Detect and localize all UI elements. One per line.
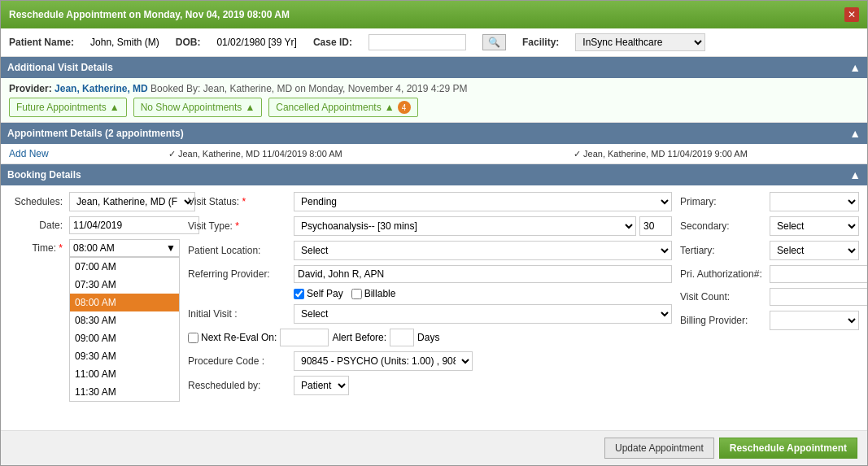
booking-details-chevron[interactable]: ▲ xyxy=(849,168,861,181)
self-pay-checkbox[interactable] xyxy=(294,289,304,299)
time-option[interactable]: 08:30 AM xyxy=(70,311,179,329)
footer: Update Appointment Reschedule Appointmen… xyxy=(1,430,867,465)
close-button[interactable]: ✕ xyxy=(844,7,859,22)
billable-checkbox-label[interactable]: Billable xyxy=(351,288,396,299)
rescheduled-by-select[interactable]: Patient xyxy=(294,376,349,395)
time-option[interactable]: 07:00 AM xyxy=(70,258,179,276)
referring-provider-input[interactable] xyxy=(294,265,672,283)
update-appointment-button[interactable]: Update Appointment xyxy=(604,438,714,459)
cancelled-appointments-button[interactable]: Cancelled Appointments ▲ 4 xyxy=(268,98,417,117)
visit-status-label: Visit Status: xyxy=(188,196,294,207)
reschedule-appointment-button[interactable]: Reschedule Appointment xyxy=(719,438,857,459)
no-show-appointments-button[interactable]: No Show Appointments ▲ xyxy=(133,98,263,117)
billing-provider-select[interactable] xyxy=(770,311,859,330)
facility-label: Facility: xyxy=(522,37,559,48)
alert-before-input[interactable] xyxy=(390,329,414,346)
patient-name-value: John, Smith (M) xyxy=(90,37,159,48)
additional-visit-chevron[interactable]: ▲ xyxy=(849,61,861,74)
modal-window: Reschedule Appointment on Monday, Nov 04… xyxy=(0,0,868,466)
modal-title: Reschedule Appointment on Monday, Nov 04… xyxy=(9,9,290,20)
schedules-label: Schedules: xyxy=(9,196,66,207)
appointment-details-section: Appointment Details (2 appointments) ▲ A… xyxy=(1,123,867,164)
primary-label: Primary: xyxy=(680,196,770,207)
dob-value: 01/02/1980 [39 Yr] xyxy=(216,37,297,48)
future-appointments-button[interactable]: Future Appointments ▲ xyxy=(9,98,127,117)
visit-count-label: Visit Count: xyxy=(680,291,770,303)
time-label: Time: xyxy=(9,242,66,254)
next-reval-checkbox-label[interactable]: Next Re-Eval On: xyxy=(188,332,277,343)
booking-left-column: Schedules: Jean, Katherine, MD (F Date: … xyxy=(9,192,180,424)
provider-link[interactable]: Jean, Katherine, MD xyxy=(55,83,148,94)
dob-label: DOB: xyxy=(176,37,201,48)
next-reval-date-input[interactable] xyxy=(280,329,329,346)
rescheduled-by-label: Rescheduled by: xyxy=(188,380,294,391)
date-label: Date: xyxy=(9,220,66,231)
chevron-up-icon: ▲ xyxy=(245,102,255,113)
booking-details-section: Booking Details ▲ Schedules: Jean, Kathe… xyxy=(1,164,867,430)
time-display: 08:00 AM xyxy=(73,242,115,254)
chevron-up-icon: ▲ xyxy=(110,102,120,113)
next-reval-checkbox[interactable] xyxy=(188,333,198,343)
booking-middle-column: Visit Status: Pending Visit Type: Psycho… xyxy=(188,192,672,424)
secondary-select[interactable]: Select xyxy=(770,216,859,236)
facility-select[interactable]: InSync Healthcare xyxy=(575,33,705,51)
time-dropdown: 07:00 AM 07:30 AM 08:00 AM 08:30 AM 09:0… xyxy=(69,257,180,402)
tertiary-label: Tertiary: xyxy=(680,245,770,256)
secondary-label: Secondary: xyxy=(680,220,770,232)
appointment-details-chevron[interactable]: ▲ xyxy=(849,127,861,140)
time-option[interactable]: 07:30 AM xyxy=(70,276,179,294)
next-reval-label: Next Re-Eval On: xyxy=(201,332,277,343)
schedules-select[interactable]: Jean, Katherine, MD (F xyxy=(69,192,195,211)
visit-count-input[interactable] xyxy=(770,288,867,306)
time-option[interactable]: 09:00 AM xyxy=(70,329,179,347)
alert-before-label: Alert Before: xyxy=(332,332,386,343)
time-dropdown-button[interactable]: 08:00 AM ▼ xyxy=(69,239,180,257)
add-new-link[interactable]: Add New xyxy=(9,148,49,159)
visit-status-select[interactable]: Pending xyxy=(294,192,672,211)
booking-right-column: Primary: Secondary: Select xyxy=(680,192,859,424)
patient-name-label: Patient Name: xyxy=(9,37,74,48)
appointment-details-header: Appointment Details (2 appointments) ▲ xyxy=(1,123,867,144)
procedure-code-select[interactable]: 90845 - PSYCHO (Units: 1.00) , 9084... xyxy=(294,351,473,371)
case-id-label: Case ID: xyxy=(313,37,352,48)
title-bar: Reschedule Appointment on Monday, Nov 04… xyxy=(1,1,867,28)
case-id-input[interactable] xyxy=(369,34,466,50)
additional-visit-section-header: Additional Visit Details ▲ xyxy=(1,57,867,78)
patient-info-row: Patient Name: John, Smith (M) DOB: 01/02… xyxy=(1,28,867,57)
referring-provider-label: Referring Provider: xyxy=(188,268,294,280)
patient-location-label: Patient Location: xyxy=(188,245,294,256)
days-label: Days xyxy=(417,332,439,343)
billable-checkbox[interactable] xyxy=(351,289,362,299)
patient-location-select[interactable]: Select xyxy=(294,241,672,260)
visit-type-duration-input[interactable] xyxy=(639,216,672,236)
chevron-down-icon: ▼ xyxy=(166,242,176,254)
time-option[interactable]: 09:30 AM xyxy=(70,347,179,365)
primary-select[interactable] xyxy=(770,192,859,211)
pri-auth-label: Pri. Authorization#: xyxy=(680,268,770,280)
date-input[interactable] xyxy=(69,216,199,234)
pri-auth-input[interactable] xyxy=(770,265,867,283)
booked-by-label: Booked By: xyxy=(150,83,200,94)
time-option-selected[interactable]: 08:00 AM xyxy=(70,294,179,311)
initial-visit-label: Initial Visit : xyxy=(188,308,294,320)
time-option[interactable]: 11:30 AM xyxy=(70,383,179,401)
appointment-2-checkbox[interactable]: ✓ Jean, Katherine, MD 11/04/2019 9:00 AM xyxy=(574,149,748,159)
case-id-search-button[interactable]: 🔍 xyxy=(482,34,506,50)
booking-details-header: Booking Details ▲ xyxy=(1,164,867,185)
appointment-1-checkbox[interactable]: ✓ Jean, Katherine, MD 11/04/2019 8:00 AM xyxy=(168,149,342,159)
initial-visit-select[interactable]: Select xyxy=(294,304,672,324)
booked-by-value: Jean, Katherine, MD on Monday, November … xyxy=(203,83,468,94)
self-pay-checkbox-label[interactable]: Self Pay xyxy=(294,288,343,299)
additional-visit-details: Provider: Jean, Katherine, MD Booked By:… xyxy=(1,78,867,123)
visit-type-label: Visit Type: xyxy=(188,220,294,232)
cancelled-badge: 4 xyxy=(398,101,411,114)
time-option[interactable]: 11:00 AM xyxy=(70,365,179,383)
chevron-up-icon: ▲ xyxy=(385,102,395,113)
procedure-code-label: Procedure Code : xyxy=(188,355,294,367)
tertiary-select[interactable]: Select xyxy=(770,241,859,260)
billing-provider-label: Billing Provider: xyxy=(680,315,770,326)
visit-type-select[interactable]: Psychoanalysis-- [30 mins] xyxy=(294,216,636,236)
time-wrapper: 08:00 AM ▼ 07:00 AM 07:30 AM 08:00 AM 08… xyxy=(69,239,180,257)
